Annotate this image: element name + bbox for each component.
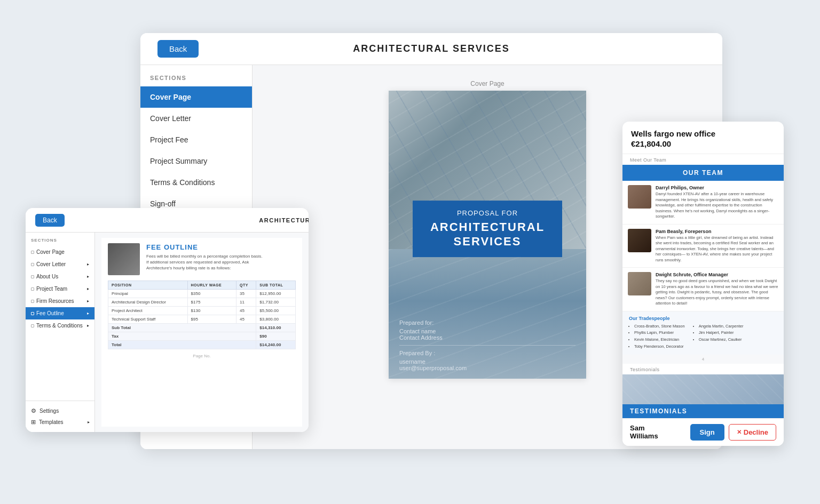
tablet-settings-item[interactable]: ⚙ Settings	[31, 405, 90, 417]
testimonials-label: Testimonials	[622, 364, 784, 374]
expand-icon: ▸	[87, 299, 89, 303]
expand-icon: ▸	[87, 262, 89, 267]
tax-row: Tax $90	[108, 332, 296, 341]
right-panel-title: Wells fargo new office	[631, 129, 775, 138]
cover-title-box: PROPOSAL FOR ARCHITECTURALSERVICES	[413, 201, 562, 257]
tablet-panel-title: ARCHITECTURAL SERVICES	[259, 217, 309, 223]
signer-name: SamWilliams	[630, 424, 658, 440]
grid-icon: ⊞	[31, 419, 36, 426]
cover-prepared-by: Prepared By :	[399, 350, 575, 356]
cover-main-title: ARCHITECTURALSERVICES	[425, 220, 549, 249]
tablet-sidebar-label-team: Project Team	[36, 286, 67, 292]
testimonials-image	[622, 374, 784, 404]
decline-label: Decline	[744, 428, 768, 436]
page-number-badge: 4	[622, 355, 784, 364]
tradesperson-item: Oscar Martinez, Caulker	[699, 337, 744, 343]
fee-doc-title-area: FEE OUTLINE Fees will be billed monthly …	[146, 243, 296, 275]
tablet-sidebar-label-firm: Firm Resources	[36, 298, 74, 304]
testimonials-area: Testimonials TESTIMONIALS	[622, 364, 784, 418]
cover-contact-name: Contact name	[399, 328, 575, 334]
team-info-darryl: Darryl Philips, Owner Darryl founded XTE…	[656, 185, 778, 220]
total-row: Total $14,240.00	[108, 341, 296, 349]
cover-prepared-for: Prepared for:	[399, 319, 575, 326]
tablet-sidebar-terms[interactable]: Terms & Conditions ▸	[26, 319, 94, 332]
team-member-dwight: Dwight Schrute, Office Manager They say …	[622, 268, 784, 311]
dot-icon	[31, 251, 34, 254]
fee-doc-header: FEE OUTLINE Fees will be billed monthly …	[108, 243, 296, 275]
subtotal-row: Sub Total $14,310.00	[108, 324, 296, 332]
testimonials-header: TESTIMONIALS	[622, 404, 784, 418]
expand-icon: ▸	[87, 286, 89, 291]
tablet-back-button[interactable]: Back	[35, 214, 65, 227]
settings-label: Settings	[40, 408, 59, 414]
tablet-sidebar-label-terms: Terms & Conditions	[36, 323, 83, 329]
team-avatar-darryl	[628, 185, 651, 209]
fee-table-wrapper: POSITION HOURLY WAGE QTY SUB TOTAL Princ…	[108, 281, 296, 349]
sidebar-item-cover-page[interactable]: Cover Page	[140, 86, 252, 108]
expand-icon: ▸	[87, 274, 89, 279]
col-subtotal: SUB TOTAL	[256, 281, 296, 290]
team-avatar-dwight	[628, 272, 651, 295]
expand-icon: ▸	[87, 323, 89, 328]
sign-actions: Sign ✕ Decline	[690, 424, 776, 441]
tablet-sidebar-label-fee: Fee Outline	[36, 310, 64, 316]
gear-icon: ⚙	[31, 407, 36, 414]
tablet-sidebar-cover-letter[interactable]: Cover Letter ▸	[26, 258, 94, 270]
right-panel-content: Meet Our Team OUR TEAM Darryl Philips, O…	[622, 154, 784, 418]
fee-doc-title: FEE OUTLINE	[146, 243, 296, 251]
team-info-dwight: Dwight Schrute, Office Manager They say …	[656, 272, 778, 307]
meet-our-team-label: Meet Our Team	[622, 154, 784, 165]
tradespeople-col2: Angela Martin, Carpenter Jim Halpert, Pa…	[693, 323, 744, 350]
table-row: Project Architect $130 45 $5,500.00	[108, 307, 296, 315]
sidebar-item-terms-conditions[interactable]: Terms & Conditions	[140, 172, 252, 193]
dot-icon	[31, 312, 34, 315]
sidebar-item-project-fee[interactable]: Project Fee	[140, 129, 252, 150]
cover-contact-address: Contact Address	[399, 334, 575, 341]
fee-table: POSITION HOURLY WAGE QTY SUB TOTAL Princ…	[108, 281, 296, 349]
sidebar-item-project-summary[interactable]: Project Summary	[140, 150, 252, 172]
col-hourly: HOURLY WAGE	[187, 281, 236, 290]
tablet-sidebar: SECTIONS Cover Page Cover Letter ▸ About…	[26, 233, 95, 432]
tablet-templates-item[interactable]: ⊞ Templates ▸	[31, 417, 90, 428]
tradespeople-cols: Cross-Bratton, Stone Mason Phyllis Lapin…	[629, 323, 777, 350]
tablet-header: Back ARCHITECTURAL SERVICES	[26, 208, 309, 233]
tradespeople-title: Our Tradespeople	[629, 316, 777, 321]
fee-doc: FEE OUTLINE Fees will be billed monthly …	[101, 238, 302, 427]
tradesperson-item: Angela Martin, Carpenter	[699, 323, 744, 330]
tablet-sidebar-fee-outline[interactable]: Fee Outline ▸	[26, 307, 94, 319]
close-icon: ✕	[737, 429, 742, 436]
cover-page-card: PROPOSAL FOR ARCHITECTURALSERVICES Prepa…	[389, 91, 586, 379]
tablet-sidebar-project-team[interactable]: Project Team ▸	[26, 283, 94, 295]
tablet-sidebar-footer: ⚙ Settings ⊞ Templates ▸	[26, 401, 95, 432]
tradesperson-item: Phyllis Lapin, Plumber	[634, 330, 685, 337]
sections-label: SECTIONS	[140, 75, 252, 86]
table-row: Principal $350 35 $12,950.00	[108, 290, 296, 298]
tablet-sidebar-cover-page[interactable]: Cover Page	[26, 246, 94, 258]
tablet-sidebar-firm-resources[interactable]: Firm Resources ▸	[26, 295, 94, 307]
dot-icon	[31, 300, 34, 303]
expand-icon: ▸	[87, 311, 89, 316]
dot-icon	[31, 324, 34, 327]
fee-page-number: Page No.	[108, 354, 296, 358]
tablet-panel: Back ARCHITECTURAL SERVICES SECTIONS Cov…	[26, 208, 309, 432]
tablet-sidebar-about-us[interactable]: About Us ▸	[26, 270, 94, 283]
table-row: Technical Support Staff $95 45 $3,800.00	[108, 315, 296, 324]
main-back-button[interactable]: Back	[157, 40, 199, 58]
team-name-dwight: Dwight Schrute, Office Manager	[656, 272, 778, 277]
table-row: Architectural Design Director $175 11 $1…	[108, 298, 296, 307]
dot-icon	[31, 287, 34, 291]
team-avatar-pam	[628, 229, 651, 252]
col-qty: QTY	[236, 281, 256, 290]
dot-icon	[31, 275, 34, 278]
cover-page-label: Cover Page	[470, 80, 504, 87]
team-member-pam: Pam Beasly, Foreperson When Pam was a li…	[622, 225, 784, 268]
sign-button[interactable]: Sign	[690, 424, 724, 441]
team-name-darryl: Darryl Philips, Owner	[656, 185, 778, 190]
templates-expand-icon: ▸	[88, 420, 90, 425]
cover-email: user@superproposal.com	[399, 365, 575, 371]
decline-button[interactable]: ✕ Decline	[729, 424, 776, 441]
sign-area: SamWilliams Sign ✕ Decline	[622, 418, 784, 446]
tablet-body: SECTIONS Cover Page Cover Letter ▸ About…	[26, 233, 309, 432]
sidebar-item-cover-letter[interactable]: Cover Letter	[140, 108, 252, 129]
cover-footer: Prepared for: Contact name Contact Addre…	[389, 312, 586, 379]
